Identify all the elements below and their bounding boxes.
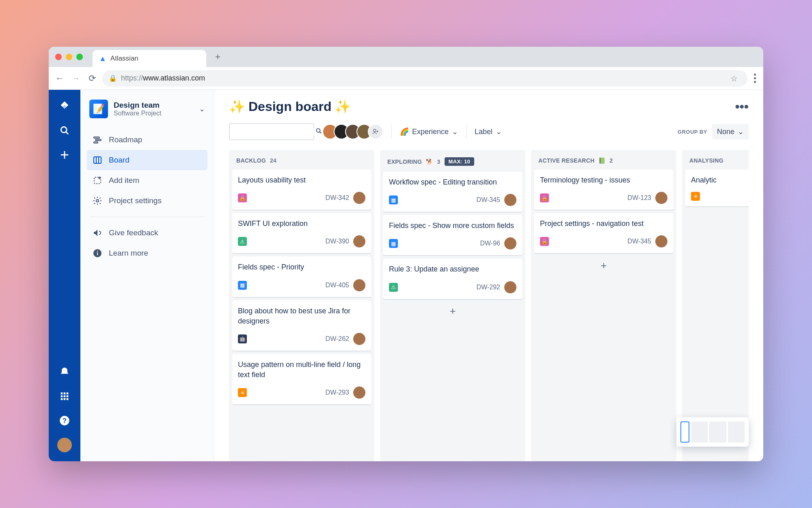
card-title: Workflow spec - Editing transition [389, 177, 516, 187]
issue-card[interactable]: Fields spec - Priority ▦ DW-405 [232, 256, 371, 297]
svg-rect-15 [94, 137, 99, 138]
chevron-down-icon: ⌄ [452, 127, 458, 136]
card-key: DW-345 [477, 196, 500, 204]
sidebar-item-roadmap[interactable]: Roadmap [87, 130, 207, 150]
svg-point-24 [96, 200, 99, 202]
label-filter[interactable]: Label ⌄ [475, 127, 502, 136]
column-emoji-icon: 🐕 [426, 158, 433, 165]
create-icon[interactable] [57, 148, 72, 162]
sparkle-icon: ✨ [335, 99, 351, 114]
sidebar-give-feedback[interactable]: Give feedback [87, 223, 207, 243]
issue-type-icon: ✳ [238, 388, 247, 397]
assignee-avatar [655, 235, 667, 247]
board-search[interactable] [229, 123, 314, 140]
group-by-select[interactable]: None ⌄ [712, 124, 749, 139]
issue-type-icon: 🤖 [238, 334, 247, 343]
board-minimap[interactable] [676, 417, 749, 447]
card-footer: ✳ [691, 192, 749, 201]
column-count: 24 [270, 157, 276, 164]
issue-type-icon: ⚠ [238, 237, 247, 246]
board-column: ANALYSING Analytic ✳ [682, 150, 749, 461]
issue-card[interactable]: Fields spec - Show more custom fields ▦ … [383, 215, 522, 255]
experience-filter[interactable]: 🌈 Experience ⌄ [400, 127, 458, 136]
card-key: DW-345 [628, 238, 651, 245]
issue-card[interactable]: Terminology testing - issues 🔒 DW-123 [534, 169, 673, 210]
nav-reload-button[interactable]: ⟳ [86, 72, 98, 85]
issue-card[interactable]: Usage pattern on multi-line field / long… [232, 354, 371, 404]
card-footer: ▦ DW-96 [389, 237, 516, 250]
new-tab-button[interactable]: + [215, 52, 220, 62]
maximize-window-button[interactable] [76, 54, 83, 60]
svg-rect-9 [67, 395, 69, 397]
issue-card[interactable]: Analytic ✳ [685, 169, 749, 206]
card-title: Rule 3: Update an assignee [389, 264, 516, 274]
close-window-button[interactable] [55, 54, 62, 60]
card-title: SWIFT UI exploration [238, 219, 365, 229]
svg-text:?: ? [63, 417, 67, 424]
assignee-filter[interactable] [322, 124, 383, 139]
card-footer: 🔒 DW-123 [540, 192, 667, 204]
issue-card[interactable]: SWIFT UI exploration ⚠ DW-390 [232, 213, 371, 253]
bookmark-star-icon[interactable]: ☆ [730, 74, 738, 83]
url-input[interactable]: 🔒 https://www.atlassian.com ☆ [102, 70, 747, 87]
issue-type-icon: ▦ [389, 239, 398, 248]
info-icon [93, 248, 102, 258]
help-icon[interactable]: ? [57, 413, 72, 428]
card-footer: 🔒 DW-342 [238, 192, 365, 204]
card-footer: ✳ DW-293 [238, 386, 365, 399]
issue-type-icon: ✳ [691, 192, 700, 201]
group-by-control: GROUP BY None ⌄ [678, 124, 749, 139]
url-domain: www.atlassian.com [143, 74, 205, 82]
issue-card[interactable]: Workflow spec - Editing transition ▦ DW-… [383, 172, 522, 212]
sidebar-learn-more[interactable]: Learn more [87, 243, 207, 263]
sidebar-item-add[interactable]: Add item [87, 170, 207, 191]
svg-rect-7 [61, 395, 63, 397]
assignee-avatar [655, 192, 667, 204]
jira-logo-icon[interactable] [57, 99, 72, 113]
browser-tab[interactable]: ▲ Atlassian [93, 50, 206, 67]
svg-rect-5 [64, 393, 66, 395]
svg-rect-8 [64, 395, 66, 397]
card-title: Fields spec - Show more custom fields [389, 221, 516, 231]
project-name: Design team [114, 101, 193, 110]
board-columns: BACKLOG24 Layouts usability test 🔒 DW-34… [229, 150, 749, 461]
project-switcher[interactable]: 📝 Design team Software Project ⌄ [87, 100, 207, 118]
column-emoji-icon: 📗 [598, 157, 605, 164]
window-controls [55, 54, 83, 60]
sidebar-item-settings[interactable]: Project settings [87, 191, 207, 211]
card-footer: ⚠ DW-390 [238, 235, 365, 247]
column-body: Terminology testing - issues 🔒 DW-123 Pr… [534, 169, 673, 456]
column-body: Analytic ✳ [685, 169, 749, 456]
board-column: BACKLOG24 Layouts usability test 🔒 DW-34… [229, 150, 374, 461]
assignee-avatar [353, 192, 365, 204]
column-header: BACKLOG24 [232, 155, 371, 169]
issue-card[interactable]: Rule 3: Update an assignee ⚠ DW-292 [383, 258, 522, 299]
separator [391, 124, 392, 139]
add-card-button[interactable]: + [383, 302, 522, 320]
board-icon [93, 155, 102, 165]
sidebar-learn-label: Learn more [109, 249, 148, 258]
search-icon[interactable] [57, 123, 72, 138]
sidebar-item-board[interactable]: Board [87, 150, 207, 170]
add-card-button[interactable]: + [534, 256, 673, 274]
main-content: ✨ Design board ✨ ••• [214, 90, 763, 461]
minimap-viewport[interactable] [680, 421, 689, 443]
sidebar: 📝 Design team Software Project ⌄ Roadmap… [80, 90, 214, 461]
minimize-window-button[interactable] [66, 54, 72, 60]
board-more-button[interactable]: ••• [735, 99, 749, 114]
search-input[interactable] [234, 128, 315, 135]
issue-card[interactable]: Layouts usability test 🔒 DW-342 [232, 169, 371, 210]
issue-card[interactable]: Project settings - navigation test 🔒 DW-… [534, 213, 673, 253]
sidebar-item-label: Roadmap [109, 135, 142, 144]
add-people-button[interactable] [368, 124, 383, 139]
svg-point-30 [374, 129, 376, 132]
notifications-icon[interactable] [57, 365, 72, 379]
card-title: Analytic [691, 175, 749, 185]
user-avatar[interactable] [57, 438, 72, 452]
issue-type-icon: ▦ [389, 195, 398, 204]
nav-forward-button[interactable]: → [70, 72, 82, 85]
apps-grid-icon[interactable] [57, 389, 72, 404]
browser-menu-button[interactable] [752, 74, 758, 83]
issue-card[interactable]: Blog about how to best use Jira for desi… [232, 300, 371, 351]
nav-back-button[interactable]: ← [54, 72, 66, 85]
